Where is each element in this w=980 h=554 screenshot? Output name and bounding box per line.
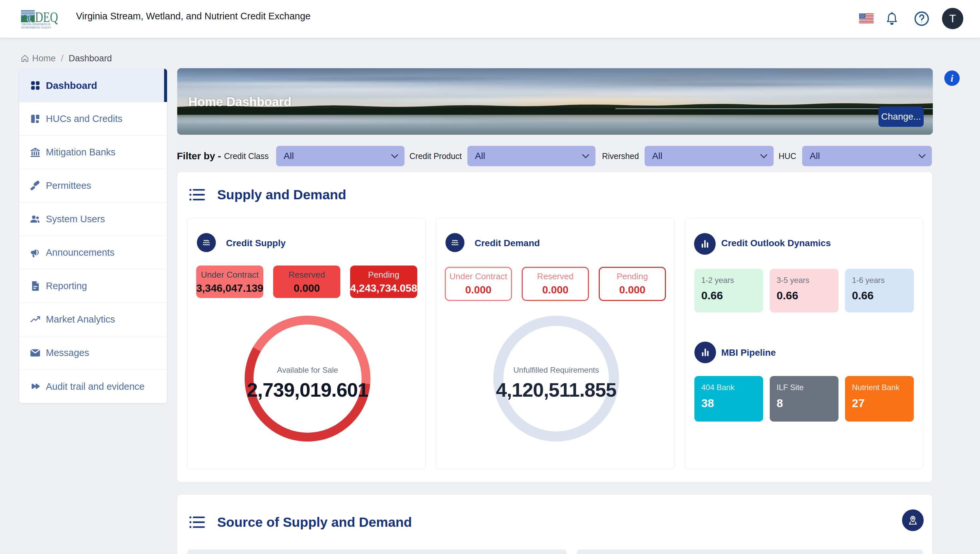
svg-text:ENVIRONMENTAL QUALITY: ENVIRONMENTAL QUALITY	[21, 26, 51, 29]
svg-text:VIRGINIA DEPARTMENT OF: VIRGINIA DEPARTMENT OF	[21, 22, 51, 26]
